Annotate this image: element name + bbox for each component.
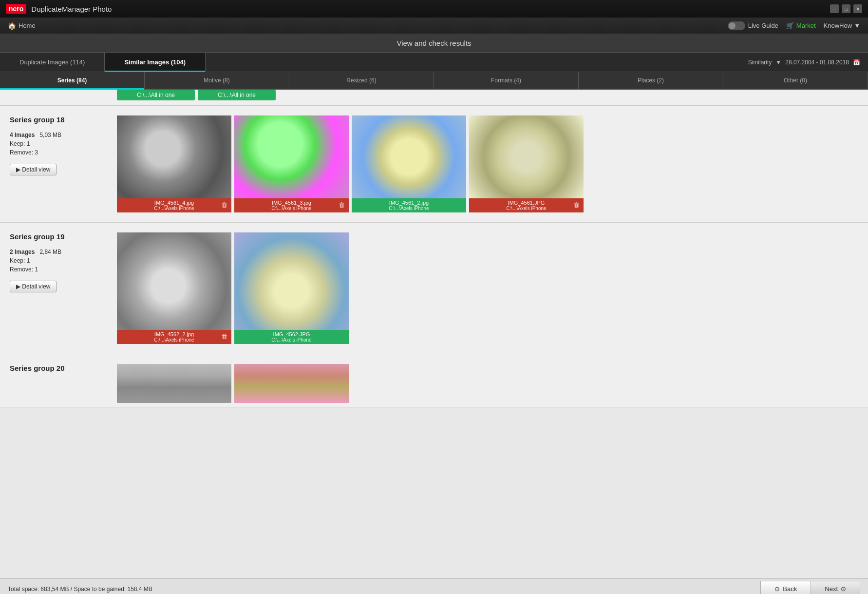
home-menu-item[interactable]: 🏠 Home bbox=[8, 22, 36, 30]
calendar-icon: 📅 bbox=[853, 59, 860, 66]
image-filename: IMG_4562.JPG bbox=[273, 331, 310, 337]
group-18-info: Series group 18 4 Images 5,03 MB Keep: 1… bbox=[10, 115, 117, 212]
tab-duplicate-images[interactable]: Duplicate Images (114) bbox=[0, 53, 105, 72]
page-header: View and check results bbox=[0, 34, 868, 53]
group-18-size: 5,03 MB bbox=[39, 132, 61, 138]
group-18-detail-btn[interactable]: ▶ Detail view bbox=[10, 164, 57, 175]
image-item: IMG_4561_3.jpg C:\...\Axels iPhone 🗑 bbox=[234, 115, 349, 212]
subtab-places-label: Places (2) bbox=[638, 77, 664, 84]
next-label: Next bbox=[825, 585, 838, 593]
back-button[interactable]: ⊙ Back bbox=[760, 581, 811, 594]
close-button[interactable]: ✕ bbox=[853, 4, 862, 13]
image-label: IMG_4561_2.jpg C:\...\Axels iPhone bbox=[352, 198, 466, 212]
group-18-title: Series group 18 bbox=[10, 115, 107, 124]
sub-tabs: Series (84) Motive (8) Resized (6) Forma… bbox=[0, 72, 868, 90]
subtab-motive[interactable]: Motive (8) bbox=[145, 72, 289, 89]
maximize-button[interactable]: □ bbox=[842, 4, 850, 13]
trash-icon[interactable]: 🗑 bbox=[573, 201, 580, 209]
image-thumb bbox=[117, 364, 231, 403]
trash-icon[interactable]: 🗑 bbox=[221, 201, 227, 209]
status-buttons: ⊙ Back Next ⊙ bbox=[760, 581, 860, 594]
subtab-other-label: Other (0) bbox=[784, 77, 807, 84]
market-button[interactable]: 🛒 Market bbox=[786, 22, 816, 29]
tab-filter-area: Similarity ▼ 28.07.2004 - 01.08.2018 📅 bbox=[748, 53, 868, 72]
group-19-info: Series group 19 2 Images 2,84 MB Keep: 1… bbox=[10, 232, 117, 344]
image-thumb bbox=[117, 232, 231, 330]
space-info: Total space: 683,54 MB / Space to be gai… bbox=[8, 586, 152, 593]
allinone-btn-2[interactable]: C:\...\All in one bbox=[198, 90, 276, 100]
group-18-detail-label: ▶ Detail view bbox=[16, 166, 50, 173]
window-controls: ─ □ ✕ bbox=[830, 4, 862, 13]
image-path: C:\...\Axels iPhone bbox=[154, 337, 194, 343]
image-label: IMG_4562.JPG C:\...\Axels iPhone bbox=[234, 330, 349, 344]
tab-duplicate-label: Duplicate Images (114) bbox=[19, 58, 85, 66]
top-partial-row: C:\...\All in one C:\...\All in one bbox=[0, 90, 868, 106]
image-label: IMG_4562_2.jpg C:\...\Axels iPhone 🗑 bbox=[117, 330, 231, 344]
image-thumb bbox=[234, 232, 349, 330]
subtab-other[interactable]: Other (0) bbox=[723, 72, 868, 89]
image-filename: IMG_4561.JPG bbox=[508, 200, 545, 206]
trash-icon[interactable]: 🗑 bbox=[221, 333, 227, 340]
next-button[interactable]: Next ⊙ bbox=[811, 581, 860, 594]
live-guide-switch[interactable] bbox=[728, 21, 745, 30]
image-filename: IMG_4561_4.jpg bbox=[154, 200, 194, 206]
subtab-formats-label: Formats (4) bbox=[491, 77, 521, 84]
date-range: 28.07.2004 - 01.08.2018 bbox=[785, 59, 849, 66]
knowhow-label: KnowHow bbox=[824, 22, 852, 29]
nero-logo: nero bbox=[6, 4, 26, 14]
app-name: DuplicateManager Photo bbox=[31, 5, 112, 13]
image-thumb bbox=[234, 115, 349, 198]
home-label: Home bbox=[19, 22, 36, 29]
menubar: 🏠 Home Live Guide 🛒 Market KnowHow ▼ bbox=[0, 18, 868, 34]
subtab-motive-label: Motive (8) bbox=[204, 77, 229, 84]
group-18-count: 4 Images bbox=[10, 132, 35, 138]
subtab-series[interactable]: Series (84) bbox=[0, 72, 145, 89]
group-18-keep: Keep: 1 bbox=[10, 140, 107, 147]
image-item: IMG_4561_4.jpg C:\...\Axels iPhone 🗑 bbox=[117, 115, 231, 212]
status-bar: Total space: 683,54 MB / Space to be gai… bbox=[0, 578, 868, 594]
group-19-section: Series group 19 2 Images 2,84 MB Keep: 1… bbox=[0, 223, 868, 354]
image-item: IMG_4562.JPG C:\...\Axels iPhone bbox=[234, 232, 349, 344]
main-tabs: Duplicate Images (114) Similar Images (1… bbox=[0, 53, 868, 72]
tab-similar-images[interactable]: Similar Images (104) bbox=[105, 53, 206, 72]
subtab-formats[interactable]: Formats (4) bbox=[434, 72, 579, 89]
group-20-info: Series group 20 bbox=[10, 364, 117, 403]
group-19-detail-label: ▶ Detail view bbox=[16, 283, 50, 290]
group-19-remove: Remove: 1 bbox=[10, 266, 107, 273]
group-20-section: Series group 20 bbox=[0, 354, 868, 407]
subtab-resized[interactable]: Resized (6) bbox=[289, 72, 434, 89]
group-18-stats: 4 Images 5,03 MB bbox=[10, 132, 107, 138]
image-item: IMG_4561_2.jpg C:\...\Axels iPhone bbox=[352, 115, 466, 212]
group-19-count: 2 Images bbox=[10, 249, 35, 255]
market-icon: 🛒 bbox=[786, 22, 794, 29]
group-19-title: Series group 19 bbox=[10, 232, 107, 241]
subtab-series-label: Series (84) bbox=[57, 77, 87, 84]
group-20-image-grid bbox=[117, 364, 858, 403]
group-18-image-grid: IMG_4561_4.jpg C:\...\Axels iPhone 🗑 IMG… bbox=[117, 115, 858, 212]
knowhow-chevron-icon: ▼ bbox=[854, 22, 860, 29]
image-label: IMG_4561_4.jpg C:\...\Axels iPhone 🗑 bbox=[117, 198, 231, 212]
image-filename: IMG_4561_3.jpg bbox=[272, 200, 311, 206]
content-scroll[interactable]: C:\...\All in one C:\...\All in one Seri… bbox=[0, 90, 868, 578]
next-icon: ⊙ bbox=[841, 585, 846, 593]
group-18-remove: Remove: 3 bbox=[10, 149, 107, 156]
image-label: IMG_4561.JPG C:\...\Axels iPhone 🗑 bbox=[469, 198, 584, 212]
trash-icon[interactable]: 🗑 bbox=[339, 201, 345, 209]
group-19-detail-btn[interactable]: ▶ Detail view bbox=[10, 281, 57, 292]
subtab-places[interactable]: Places (2) bbox=[579, 72, 723, 89]
minimize-button[interactable]: ─ bbox=[830, 4, 839, 13]
menu-right: Live Guide 🛒 Market KnowHow ▼ bbox=[728, 21, 860, 30]
subtab-resized-label: Resized (6) bbox=[346, 77, 376, 84]
allinone-btn-1[interactable]: C:\...\All in one bbox=[117, 90, 195, 100]
live-guide-toggle[interactable]: Live Guide bbox=[728, 21, 778, 30]
sort-arrow-icon: ▼ bbox=[775, 59, 781, 66]
group-19-stats: 2 Images 2,84 MB bbox=[10, 249, 107, 255]
knowhow-button[interactable]: KnowHow ▼ bbox=[824, 22, 860, 29]
image-thumb bbox=[469, 115, 584, 198]
content-area: C:\...\All in one C:\...\All in one Seri… bbox=[0, 90, 868, 578]
image-thumb bbox=[117, 115, 231, 198]
titlebar: nero DuplicateManager Photo ─ □ ✕ bbox=[0, 0, 868, 18]
live-guide-label: Live Guide bbox=[748, 22, 778, 29]
image-thumb bbox=[234, 364, 349, 403]
image-path: C:\...\Axels iPhone bbox=[271, 206, 311, 211]
